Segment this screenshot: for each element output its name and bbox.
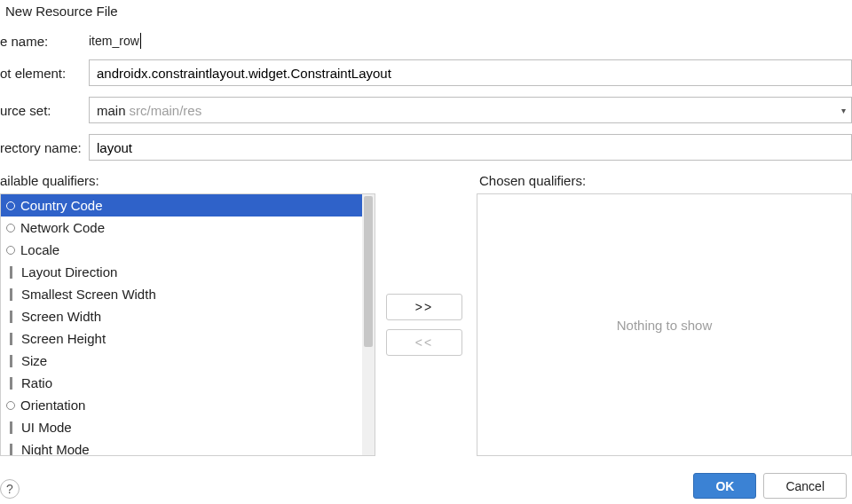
qualifier-item-label: Size [21,353,47,368]
text-cursor [140,33,141,49]
directory-name-label: rectory name: [0,140,89,155]
qualifier-item[interactable]: Network Code [1,217,375,239]
source-set-dropdown[interactable]: main src/main/res ▾ [89,97,852,123]
qualifier-item[interactable]: Country Code [1,194,375,217]
dimension-icon [10,333,12,345]
qualifier-item[interactable]: UI Mode [1,416,375,438]
dimension-icon [10,355,12,367]
globe-icon [6,401,15,410]
qualifier-item[interactable]: Size [1,350,375,372]
dimension-icon [10,266,12,279]
qualifier-item-label: Screen Width [21,309,101,324]
qualifier-item-label: Country Code [20,198,103,213]
ok-button[interactable]: OK [693,473,756,499]
qualifier-item[interactable]: Locale [1,239,375,261]
file-name-input[interactable]: item_row [89,33,852,49]
file-name-value: item_row [89,34,139,48]
qualifier-item[interactable]: Ratio [1,372,375,394]
globe-icon [6,246,15,255]
chosen-qualifiers-list[interactable]: Nothing to show [477,193,852,456]
dimension-icon [10,421,12,434]
globe-icon [6,224,15,232]
chosen-qualifiers-label: Chosen qualifiers: [479,173,586,188]
source-set-label: urce set: [0,103,89,118]
dialog-title: New Resource File [0,0,852,28]
dimension-icon [10,444,12,456]
qualifier-item-label: Smallest Screen Width [21,287,156,302]
cancel-button[interactable]: Cancel [763,473,847,499]
source-set-value: main [97,103,126,118]
dimension-icon [10,288,12,301]
qualifier-item[interactable]: Orientation [1,394,375,416]
source-set-hint: src/main/res [130,103,202,118]
dimension-icon [10,377,12,390]
qualifier-item[interactable]: Smallest Screen Width [1,283,375,305]
directory-name-input[interactable] [89,134,852,161]
qualifier-item-label: Locale [20,242,59,257]
qualifier-item-label: Night Mode [21,442,90,456]
qualifier-item[interactable]: Screen Height [1,327,375,350]
file-name-label: e name: [0,34,89,49]
available-qualifiers-label: ailable qualifiers: [0,173,375,188]
qualifier-item[interactable]: Screen Width [1,305,375,327]
root-element-label: ot element: [0,66,89,81]
remove-qualifier-button[interactable]: << [386,329,462,356]
qualifier-item-label: Network Code [20,220,105,235]
qualifier-item[interactable]: Night Mode [1,438,375,456]
qualifier-item-label: Layout Direction [21,264,117,280]
chevron-down-icon: ▾ [841,106,846,115]
root-element-input[interactable] [89,59,852,86]
available-qualifiers-list[interactable]: Country CodeNetwork CodeLocaleLayout Dir… [0,193,375,456]
scrollbar[interactable] [362,194,375,455]
scrollbar-thumb[interactable] [364,196,373,347]
qualifier-item-label: UI Mode [21,420,72,435]
qualifier-item-label: Orientation [20,398,85,413]
qualifier-item[interactable]: Layout Direction [1,261,375,283]
qualifier-item-label: Screen Height [21,331,106,346]
globe-icon [6,201,15,210]
dimension-icon [10,311,12,323]
add-qualifier-button[interactable]: >> [386,294,462,320]
help-button[interactable]: ? [0,479,20,499]
qualifier-item-label: Ratio [21,375,52,390]
chosen-empty-text: Nothing to show [617,318,713,333]
